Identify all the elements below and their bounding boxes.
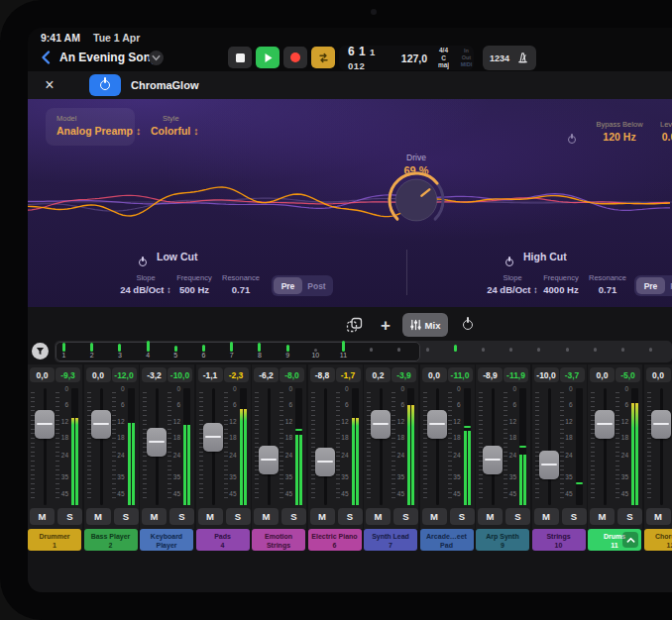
overview-visible-window[interactable] <box>56 342 420 362</box>
track-name-label[interactable]: Drummer1 <box>28 529 81 551</box>
mute-button[interactable]: M <box>30 508 55 525</box>
solo-button[interactable]: S <box>281 508 306 525</box>
copy-button[interactable] <box>342 313 366 337</box>
high-cut-post-button[interactable]: Post <box>665 277 672 294</box>
track-name-label[interactable]: Arp Synth9 <box>476 529 529 551</box>
count-in-button[interactable]: 1234 <box>490 53 509 63</box>
track-name-label[interactable]: Strings10 <box>532 529 586 551</box>
track-name-label[interactable]: Emotion Strings5 <box>252 529 305 551</box>
level-value[interactable]: 0.0 <box>647 131 672 143</box>
track-name-label[interactable]: Pads4 <box>196 529 250 551</box>
volume-value[interactable]: -8,8 <box>310 367 335 382</box>
fader-handle[interactable] <box>203 423 223 452</box>
fader-handle[interactable] <box>539 451 559 479</box>
close-icon[interactable]: × <box>40 75 59 95</box>
fader-handle[interactable] <box>595 410 615 439</box>
track-name-label[interactable]: Drums11 <box>588 529 641 551</box>
volume-value[interactable]: -1,1 <box>198 367 223 382</box>
track-name-label[interactable]: Arcade…eet Pad8 <box>420 529 474 551</box>
drive-knob[interactable] <box>381 164 452 236</box>
mute-button[interactable]: M <box>646 508 671 525</box>
bypass-power-icon[interactable] <box>568 130 576 148</box>
plugin-power-button[interactable] <box>89 74 121 96</box>
solo-button[interactable]: S <box>57 508 82 525</box>
filter-button[interactable] <box>32 343 49 360</box>
bypass-below-value[interactable]: 120 Hz <box>585 131 654 143</box>
peak-level-value[interactable]: -12,0 <box>112 367 137 382</box>
fader-handle[interactable] <box>259 446 279 474</box>
low-cut-power-icon[interactable] <box>139 253 147 270</box>
mute-button[interactable]: M <box>478 508 503 525</box>
fader-handle[interactable] <box>483 446 503 474</box>
peak-level-value[interactable]: -11,0 <box>448 367 473 382</box>
fader-handle[interactable] <box>427 410 447 439</box>
solo-button[interactable]: S <box>393 508 418 525</box>
volume-value[interactable]: 0,0 <box>86 367 111 382</box>
model-value[interactable]: Analog Preamp ↕ <box>56 125 141 137</box>
low-cut-resonance-value[interactable]: 0.71 <box>212 284 270 295</box>
high-cut-pre-button[interactable]: Pre <box>636 277 665 294</box>
lcd-display[interactable]: 6 1 1 012 127,0 4/4C maj In OutMIDI <box>339 46 474 70</box>
cycle-button[interactable] <box>311 47 335 68</box>
solo-button[interactable]: S <box>562 508 587 525</box>
volume-value[interactable]: 0,0 <box>422 367 447 382</box>
mix-toggle-button[interactable]: Mix <box>402 313 448 337</box>
mute-button[interactable]: M <box>254 508 279 525</box>
solo-button[interactable]: S <box>169 508 194 525</box>
fader-handle[interactable] <box>371 410 391 439</box>
channel-overview-scrubber[interactable]: 1234567891011 <box>55 341 672 362</box>
play-button[interactable] <box>256 47 280 68</box>
volume-value[interactable]: -8,9 <box>478 367 503 382</box>
chevron-down-icon[interactable] <box>149 51 164 65</box>
peak-level-value[interactable]: -1,7 <box>336 367 361 382</box>
volume-value[interactable]: -10,0 <box>534 367 559 382</box>
record-button[interactable] <box>283 47 307 68</box>
peak-level-value[interactable]: -3,7 <box>560 367 585 382</box>
low-cut-pre-button[interactable]: Pre <box>274 277 302 294</box>
mute-button[interactable]: M <box>422 508 447 525</box>
fader-handle[interactable] <box>315 448 335 476</box>
track-name-label[interactable]: Bass Player2 <box>84 529 138 551</box>
fader-handle[interactable] <box>651 410 671 439</box>
peak-level-value[interactable]: -8,0 <box>280 367 304 382</box>
model-selector[interactable]: Model Analog Preamp ↕ <box>46 108 135 146</box>
collapse-summing-stack-button[interactable] <box>622 532 638 548</box>
mute-button[interactable]: M <box>198 508 223 525</box>
fader-handle[interactable] <box>147 428 167 457</box>
mute-button[interactable]: M <box>366 508 391 525</box>
solo-button[interactable]: S <box>505 508 530 525</box>
stop-button[interactable] <box>228 47 252 68</box>
peak-level-value[interactable]: -11,9 <box>504 367 528 382</box>
fader-handle[interactable] <box>91 410 111 439</box>
peak-level-value[interactable]: -5,0 <box>616 367 640 382</box>
track-name-label[interactable]: Synth Lead7 <box>364 529 417 551</box>
solo-button[interactable]: S <box>338 508 363 525</box>
add-track-button[interactable]: + <box>374 313 397 337</box>
back-icon[interactable] <box>38 49 56 66</box>
metronome-icon[interactable] <box>516 52 529 64</box>
mute-button[interactable]: M <box>310 508 335 525</box>
volume-value[interactable]: 0,0 <box>646 367 671 382</box>
solo-button[interactable]: S <box>226 508 251 525</box>
mute-button[interactable]: M <box>142 508 167 525</box>
volume-value[interactable]: 0,2 <box>366 367 391 382</box>
peak-level-value[interactable]: -9,3 <box>56 367 80 382</box>
solo-button[interactable]: S <box>450 508 475 525</box>
volume-value[interactable]: 0,0 <box>30 367 55 382</box>
volume-value[interactable]: 0,0 <box>590 367 615 382</box>
peak-level-value[interactable]: -10,0 <box>168 367 192 382</box>
track-name-label[interactable]: Chorus V12 <box>644 529 672 551</box>
mute-button[interactable]: M <box>86 508 111 525</box>
style-value[interactable]: Colorful ↕ <box>151 125 198 137</box>
volume-value[interactable]: -6,2 <box>254 367 279 382</box>
low-cut-post-button[interactable]: Post <box>302 277 331 294</box>
track-name-label[interactable]: Keyboard Player3 <box>140 529 193 551</box>
mixer-power-button[interactable] <box>456 313 480 337</box>
song-title[interactable]: An Evening Song <box>59 51 158 64</box>
volume-value[interactable]: -3,2 <box>142 367 167 382</box>
track-name-label[interactable]: Electric Piano6 <box>308 529 362 551</box>
high-cut-resonance-value[interactable]: 0.71 <box>579 284 636 295</box>
high-cut-power-icon[interactable] <box>505 253 513 270</box>
solo-button[interactable]: S <box>114 508 139 525</box>
peak-level-value[interactable]: -3,9 <box>392 367 416 382</box>
